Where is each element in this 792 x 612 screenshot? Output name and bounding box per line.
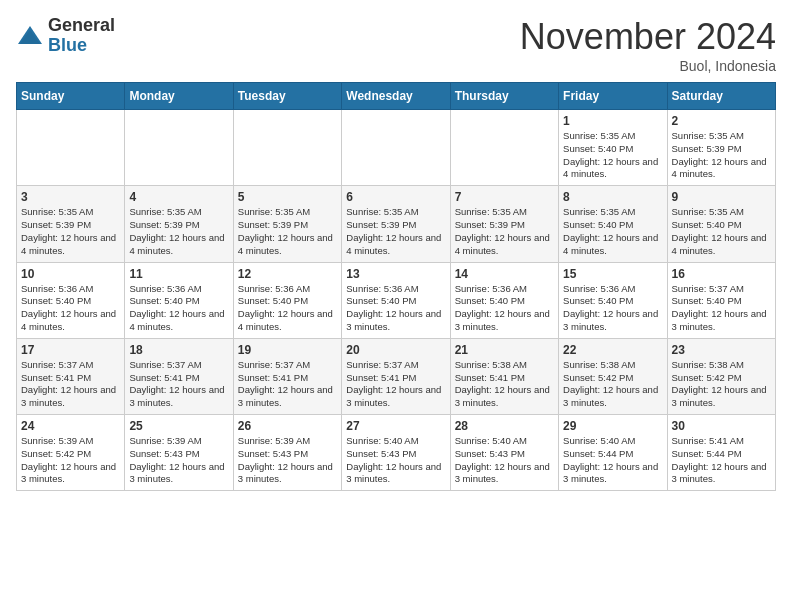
month-title: November 2024 [520,16,776,58]
day-info: Sunrise: 5:40 AM Sunset: 5:43 PM Dayligh… [455,435,554,486]
calendar-cell: 14Sunrise: 5:36 AM Sunset: 5:40 PM Dayli… [450,262,558,338]
day-info: Sunrise: 5:35 AM Sunset: 5:40 PM Dayligh… [563,130,662,181]
weekday-header-tuesday: Tuesday [233,83,341,110]
day-number: 4 [129,190,228,204]
day-info: Sunrise: 5:36 AM Sunset: 5:40 PM Dayligh… [346,283,445,334]
calendar-cell: 30Sunrise: 5:41 AM Sunset: 5:44 PM Dayli… [667,415,775,491]
day-info: Sunrise: 5:40 AM Sunset: 5:43 PM Dayligh… [346,435,445,486]
day-number: 3 [21,190,120,204]
day-number: 26 [238,419,337,433]
day-number: 24 [21,419,120,433]
calendar-table: SundayMondayTuesdayWednesdayThursdayFrid… [16,82,776,491]
day-info: Sunrise: 5:37 AM Sunset: 5:41 PM Dayligh… [346,359,445,410]
calendar-cell: 27Sunrise: 5:40 AM Sunset: 5:43 PM Dayli… [342,415,450,491]
day-info: Sunrise: 5:38 AM Sunset: 5:41 PM Dayligh… [455,359,554,410]
calendar-week-row: 10Sunrise: 5:36 AM Sunset: 5:40 PM Dayli… [17,262,776,338]
page-header: General Blue November 2024 Buol, Indones… [16,16,776,74]
logo-icon [16,22,44,50]
day-info: Sunrise: 5:37 AM Sunset: 5:41 PM Dayligh… [21,359,120,410]
day-number: 17 [21,343,120,357]
calendar-cell: 21Sunrise: 5:38 AM Sunset: 5:41 PM Dayli… [450,338,558,414]
weekday-header-sunday: Sunday [17,83,125,110]
day-number: 16 [672,267,771,281]
calendar-cell: 26Sunrise: 5:39 AM Sunset: 5:43 PM Dayli… [233,415,341,491]
day-info: Sunrise: 5:40 AM Sunset: 5:44 PM Dayligh… [563,435,662,486]
calendar-header: SundayMondayTuesdayWednesdayThursdayFrid… [17,83,776,110]
calendar-cell: 15Sunrise: 5:36 AM Sunset: 5:40 PM Dayli… [559,262,667,338]
day-info: Sunrise: 5:35 AM Sunset: 5:39 PM Dayligh… [21,206,120,257]
calendar-cell: 3Sunrise: 5:35 AM Sunset: 5:39 PM Daylig… [17,186,125,262]
day-info: Sunrise: 5:36 AM Sunset: 5:40 PM Dayligh… [129,283,228,334]
calendar-cell: 8Sunrise: 5:35 AM Sunset: 5:40 PM Daylig… [559,186,667,262]
calendar-cell: 12Sunrise: 5:36 AM Sunset: 5:40 PM Dayli… [233,262,341,338]
day-info: Sunrise: 5:41 AM Sunset: 5:44 PM Dayligh… [672,435,771,486]
day-number: 28 [455,419,554,433]
day-number: 23 [672,343,771,357]
day-info: Sunrise: 5:39 AM Sunset: 5:43 PM Dayligh… [238,435,337,486]
day-info: Sunrise: 5:37 AM Sunset: 5:41 PM Dayligh… [129,359,228,410]
calendar-week-row: 3Sunrise: 5:35 AM Sunset: 5:39 PM Daylig… [17,186,776,262]
calendar-cell: 28Sunrise: 5:40 AM Sunset: 5:43 PM Dayli… [450,415,558,491]
weekday-header-wednesday: Wednesday [342,83,450,110]
day-number: 15 [563,267,662,281]
calendar-cell: 13Sunrise: 5:36 AM Sunset: 5:40 PM Dayli… [342,262,450,338]
day-info: Sunrise: 5:38 AM Sunset: 5:42 PM Dayligh… [672,359,771,410]
calendar-cell: 19Sunrise: 5:37 AM Sunset: 5:41 PM Dayli… [233,338,341,414]
day-number: 19 [238,343,337,357]
calendar-cell: 10Sunrise: 5:36 AM Sunset: 5:40 PM Dayli… [17,262,125,338]
day-info: Sunrise: 5:36 AM Sunset: 5:40 PM Dayligh… [238,283,337,334]
weekday-header-row: SundayMondayTuesdayWednesdayThursdayFrid… [17,83,776,110]
day-number: 29 [563,419,662,433]
calendar-cell: 23Sunrise: 5:38 AM Sunset: 5:42 PM Dayli… [667,338,775,414]
logo-text: General Blue [48,16,115,56]
day-number: 7 [455,190,554,204]
day-info: Sunrise: 5:39 AM Sunset: 5:42 PM Dayligh… [21,435,120,486]
day-number: 14 [455,267,554,281]
day-info: Sunrise: 5:37 AM Sunset: 5:40 PM Dayligh… [672,283,771,334]
calendar-cell: 20Sunrise: 5:37 AM Sunset: 5:41 PM Dayli… [342,338,450,414]
calendar-cell: 7Sunrise: 5:35 AM Sunset: 5:39 PM Daylig… [450,186,558,262]
day-number: 18 [129,343,228,357]
day-info: Sunrise: 5:35 AM Sunset: 5:39 PM Dayligh… [129,206,228,257]
day-info: Sunrise: 5:39 AM Sunset: 5:43 PM Dayligh… [129,435,228,486]
calendar-cell: 25Sunrise: 5:39 AM Sunset: 5:43 PM Dayli… [125,415,233,491]
day-info: Sunrise: 5:35 AM Sunset: 5:39 PM Dayligh… [455,206,554,257]
calendar-cell: 1Sunrise: 5:35 AM Sunset: 5:40 PM Daylig… [559,110,667,186]
day-number: 5 [238,190,337,204]
calendar-cell: 18Sunrise: 5:37 AM Sunset: 5:41 PM Dayli… [125,338,233,414]
day-number: 25 [129,419,228,433]
calendar-week-row: 1Sunrise: 5:35 AM Sunset: 5:40 PM Daylig… [17,110,776,186]
calendar-cell [17,110,125,186]
day-info: Sunrise: 5:36 AM Sunset: 5:40 PM Dayligh… [21,283,120,334]
calendar-cell: 29Sunrise: 5:40 AM Sunset: 5:44 PM Dayli… [559,415,667,491]
day-info: Sunrise: 5:35 AM Sunset: 5:39 PM Dayligh… [672,130,771,181]
day-info: Sunrise: 5:36 AM Sunset: 5:40 PM Dayligh… [455,283,554,334]
logo: General Blue [16,16,115,56]
calendar-cell: 5Sunrise: 5:35 AM Sunset: 5:39 PM Daylig… [233,186,341,262]
calendar-cell [233,110,341,186]
day-number: 12 [238,267,337,281]
day-number: 20 [346,343,445,357]
calendar-cell: 24Sunrise: 5:39 AM Sunset: 5:42 PM Dayli… [17,415,125,491]
calendar-week-row: 17Sunrise: 5:37 AM Sunset: 5:41 PM Dayli… [17,338,776,414]
day-info: Sunrise: 5:37 AM Sunset: 5:41 PM Dayligh… [238,359,337,410]
calendar-cell: 4Sunrise: 5:35 AM Sunset: 5:39 PM Daylig… [125,186,233,262]
title-block: November 2024 Buol, Indonesia [520,16,776,74]
day-number: 21 [455,343,554,357]
calendar-cell: 22Sunrise: 5:38 AM Sunset: 5:42 PM Dayli… [559,338,667,414]
day-number: 11 [129,267,228,281]
day-number: 6 [346,190,445,204]
calendar-cell: 17Sunrise: 5:37 AM Sunset: 5:41 PM Dayli… [17,338,125,414]
day-number: 13 [346,267,445,281]
day-number: 22 [563,343,662,357]
day-number: 9 [672,190,771,204]
calendar-cell: 11Sunrise: 5:36 AM Sunset: 5:40 PM Dayli… [125,262,233,338]
day-number: 8 [563,190,662,204]
day-number: 10 [21,267,120,281]
logo-general-text: General [48,16,115,36]
location: Buol, Indonesia [520,58,776,74]
weekday-header-friday: Friday [559,83,667,110]
weekday-header-monday: Monday [125,83,233,110]
calendar-cell [450,110,558,186]
day-info: Sunrise: 5:35 AM Sunset: 5:40 PM Dayligh… [563,206,662,257]
